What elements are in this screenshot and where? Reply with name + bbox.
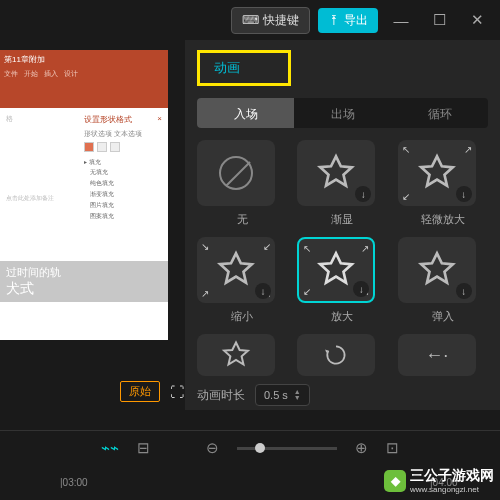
shortcuts-label: 快捷键 [263, 12, 299, 29]
tick-0300: 03:00 [63, 477, 88, 488]
animation-grid: 无 ↓ 渐显 ↖ ↗ ↙ ↓ 轻微放大 [197, 140, 488, 376]
anim-none[interactable] [197, 140, 275, 206]
star-icon [216, 250, 256, 290]
anim-extra-2[interactable] [297, 334, 375, 376]
anim-zoomin-label: 放大 [297, 309, 387, 324]
zoom-fit-icon[interactable]: ⊡ [386, 439, 399, 457]
ppt-tabs: 文件开始插入设计 [4, 69, 164, 79]
ppt-title: 第11章附加 [4, 54, 164, 65]
watermark-text: 三公子游戏网 [410, 467, 494, 485]
zoom-in-icon[interactable]: ⊕ [355, 439, 368, 457]
tab-animation[interactable]: 动画 [197, 50, 291, 86]
anim-slight-zoomin[interactable]: ↖ ↗ ↙ ↓ [398, 140, 476, 206]
anim-zoomin[interactable]: ↖ ↗ ↙ ↘ ↓ [297, 237, 375, 303]
main-area: 第11章附加 文件开始插入设计 格 点击此处添加备注 设置形状格式 × 形状选项… [0, 40, 500, 410]
subtab-exit[interactable]: 出场 [294, 98, 391, 128]
pane-subtitle: 形状选项 文本选项 [84, 129, 162, 139]
anim-bounce-label: 弹入 [398, 309, 488, 324]
star-icon [316, 250, 356, 290]
watermark-icon: ◆ [384, 470, 406, 492]
upload-icon: ⭱ [328, 13, 340, 27]
slide-thumbnail[interactable]: 第11章附加 文件开始插入设计 格 点击此处添加备注 设置形状格式 × 形状选项… [0, 50, 168, 340]
titlebar: ⌨ 快捷键 ⭱ 导出 — ☐ ✕ [0, 0, 500, 40]
zoom-slider[interactable] [237, 447, 337, 450]
anim-bounce[interactable]: ↓ [398, 237, 476, 303]
preview-pane: 第11章附加 文件开始插入设计 格 点击此处添加备注 设置形状格式 × 形状选项… [0, 40, 185, 410]
watermark: ◆ 三公子游戏网 www.sangongzi.net [384, 467, 494, 494]
anim-fade[interactable]: ↓ [297, 140, 375, 206]
shortcuts-button[interactable]: ⌨ 快捷键 [231, 7, 310, 34]
magnet-icon[interactable]: ⌁⌁ [101, 439, 119, 457]
duration-stepper[interactable]: ▲▼ [294, 389, 301, 401]
split-icon[interactable]: ⊟ [137, 439, 150, 457]
ppt-ribbon: 第11章附加 文件开始插入设计 [0, 50, 168, 108]
animation-panel: 动画 入场 出场 循环 无 ↓ 渐显 ↖ [185, 40, 500, 410]
star-icon [316, 153, 356, 193]
anim-none-label: 无 [197, 212, 287, 227]
anim-extra-3[interactable]: ←· [398, 334, 476, 376]
anim-extra-1[interactable] [197, 334, 275, 376]
ppt-format-pane: 设置形状格式 × 形状选项 文本选项 ▸ 填充 无填充纯色填充渐变填充图片填充图… [84, 114, 162, 222]
watermark-url: www.sangongzi.net [410, 485, 494, 494]
fullscreen-icon[interactable]: ⛶ [170, 384, 184, 400]
pane-close-icon: × [157, 114, 162, 125]
timeline-tools: ⌁⌁ ⊟ ⊖ ⊕ ⊡ [0, 431, 500, 465]
maximize-button[interactable]: ☐ [424, 5, 454, 35]
anim-zoomout[interactable]: ↘ ↙ ↗ ↖ ↓ [197, 237, 275, 303]
star-icon [417, 250, 457, 290]
duration-input[interactable]: 0.5 s ▲▼ [255, 384, 310, 406]
arrow-left-icon: ←· [425, 345, 448, 366]
anim-zoomout-label: 缩小 [197, 309, 287, 324]
download-icon: ↓ [255, 283, 271, 299]
ppt-slide-area: 格 点击此处添加备注 [6, 114, 80, 222]
pane-title: 设置形状格式 [84, 114, 132, 125]
star-icon [221, 340, 251, 370]
none-icon [219, 156, 253, 190]
download-icon: ↓ [456, 283, 472, 299]
duration-row: 动画时长 0.5 s ▲▼ [197, 384, 488, 406]
tab-animation-label: 动画 [214, 59, 240, 77]
original-button[interactable]: 原始 [120, 381, 160, 402]
zoom-out-icon[interactable]: ⊖ [206, 439, 219, 457]
anim-fade-label: 渐显 [297, 212, 387, 227]
download-icon: ↓ [355, 186, 371, 202]
export-button[interactable]: ⭱ 导出 [318, 8, 378, 33]
close-button[interactable]: ✕ [462, 5, 492, 35]
keyboard-icon: ⌨ [242, 13, 259, 27]
star-icon [417, 153, 457, 193]
anim-slight-zoomin-label: 轻微放大 [398, 212, 488, 227]
slide-overlay-text: 过时间的轨 犬式 [0, 261, 168, 302]
animation-subtabs: 入场 出场 循环 [197, 98, 488, 128]
minimize-button[interactable]: — [386, 5, 416, 35]
duration-label: 动画时长 [197, 387, 245, 404]
duration-value: 0.5 s [264, 389, 288, 401]
subtab-enter[interactable]: 入场 [197, 98, 294, 128]
export-label: 导出 [344, 12, 368, 29]
download-icon: ↓ [456, 186, 472, 202]
subtab-loop[interactable]: 循环 [391, 98, 488, 128]
spin-icon [323, 342, 349, 368]
